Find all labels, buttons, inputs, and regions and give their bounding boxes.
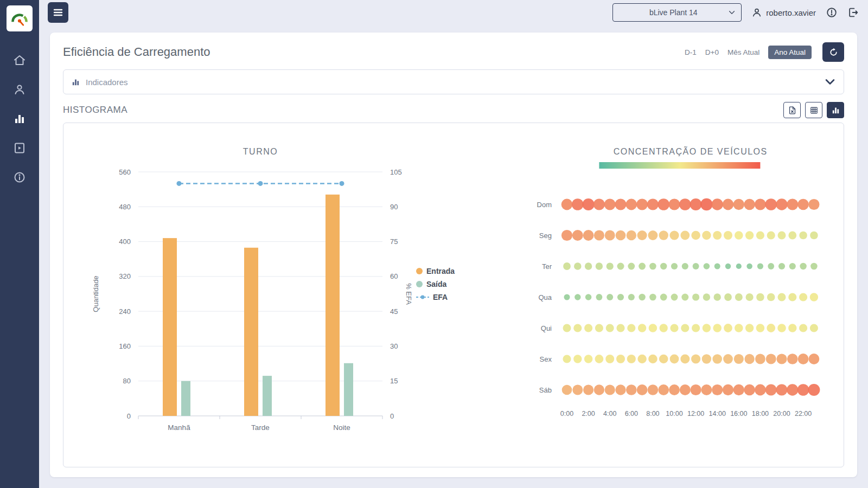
punch-cell[interactable] <box>583 198 595 210</box>
punch-cell[interactable] <box>617 263 624 270</box>
punch-cell[interactable] <box>572 230 583 241</box>
punch-cell[interactable] <box>639 263 646 270</box>
refresh-button[interactable] <box>822 42 844 62</box>
punch-cell[interactable] <box>713 231 722 240</box>
punch-cell[interactable] <box>714 264 720 269</box>
punch-cell[interactable] <box>703 293 710 300</box>
punch-cell[interactable] <box>626 199 637 210</box>
sidebar-item-charts[interactable] <box>0 104 39 133</box>
punch-cell[interactable] <box>776 198 787 210</box>
punch-cell[interactable] <box>723 384 733 395</box>
bar-saída[interactable] <box>344 363 353 416</box>
punch-cell[interactable] <box>735 324 743 332</box>
punch-cell[interactable] <box>615 384 626 395</box>
alerts-button[interactable] <box>826 7 838 18</box>
punch-cell[interactable] <box>744 354 754 364</box>
punch-cell[interactable] <box>680 384 691 395</box>
punch-cell[interactable] <box>755 199 766 210</box>
punch-cell[interactable] <box>777 324 786 332</box>
table-view-button[interactable] <box>805 102 822 118</box>
punch-cell[interactable] <box>669 230 679 240</box>
punch-cell[interactable] <box>658 198 669 210</box>
punch-cell[interactable] <box>712 198 723 210</box>
punch-cell[interactable] <box>637 355 646 363</box>
punch-cell[interactable] <box>724 293 732 301</box>
punch-cell[interactable] <box>756 324 765 332</box>
punch-cell[interactable] <box>765 384 777 396</box>
punch-cell[interactable] <box>574 262 582 270</box>
punch-cell[interactable] <box>671 263 678 269</box>
punch-cell[interactable] <box>628 263 635 270</box>
punch-cell[interactable] <box>787 384 798 395</box>
punch-cell[interactable] <box>755 384 766 396</box>
punch-cell[interactable] <box>659 355 668 364</box>
punch-cell[interactable] <box>702 231 711 240</box>
punch-cell[interactable] <box>704 263 710 269</box>
legend-item-efa[interactable]: EFA <box>416 293 455 301</box>
punch-cell[interactable] <box>637 230 647 240</box>
punch-cell[interactable] <box>561 199 573 210</box>
punch-cell[interactable] <box>746 293 754 301</box>
punch-cell[interactable] <box>596 262 603 269</box>
punch-cell[interactable] <box>787 199 798 210</box>
punch-cell[interactable] <box>627 355 636 363</box>
punch-cell[interactable] <box>670 324 678 332</box>
punch-cell[interactable] <box>767 293 775 301</box>
punch-cell[interactable] <box>681 324 689 332</box>
punch-cell[interactable] <box>702 354 711 363</box>
brand-logo[interactable] <box>7 5 33 31</box>
punch-cell[interactable] <box>596 294 603 300</box>
filter-mes-atual[interactable]: Mês Atual <box>727 48 760 56</box>
bar-entrada[interactable] <box>244 248 258 416</box>
punch-cell[interactable] <box>606 324 614 332</box>
punch-cell[interactable] <box>693 263 699 269</box>
punch-cell[interactable] <box>670 355 679 364</box>
punch-cell[interactable] <box>680 231 690 240</box>
punch-cell[interactable] <box>714 293 721 300</box>
punch-cell[interactable] <box>746 264 752 269</box>
punch-cell[interactable] <box>562 385 572 395</box>
punch-cell[interactable] <box>626 384 637 395</box>
indicators-panel-toggle[interactable]: Indicadores <box>63 69 844 94</box>
punch-cell[interactable] <box>659 230 668 240</box>
filter-d-1[interactable]: D-1 <box>685 48 697 56</box>
punch-cell[interactable] <box>648 355 658 364</box>
punch-cell[interactable] <box>573 324 582 332</box>
punch-cell[interactable] <box>723 199 734 210</box>
user-menu[interactable]: roberto.xavier <box>751 7 816 18</box>
punch-cell[interactable] <box>799 324 807 332</box>
punch-cell[interactable] <box>778 232 786 240</box>
punch-cell[interactable] <box>564 294 570 300</box>
chart-view-button[interactable] <box>827 102 844 118</box>
punch-cell[interactable] <box>701 384 712 395</box>
punch-cell[interactable] <box>594 230 604 240</box>
punch-cell[interactable] <box>627 230 636 240</box>
punch-cell[interactable] <box>712 384 723 395</box>
punch-cell[interactable] <box>724 324 732 332</box>
punch-cell[interactable] <box>787 354 798 364</box>
punch-cell[interactable] <box>800 263 806 269</box>
punch-cell[interactable] <box>766 354 776 364</box>
legend-item-saida[interactable]: Saída <box>416 280 455 288</box>
punch-cell[interactable] <box>810 293 818 301</box>
punch-cell[interactable] <box>563 262 571 270</box>
punch-cell[interactable] <box>788 324 796 332</box>
punch-cell[interactable] <box>607 294 613 300</box>
punch-cell[interactable] <box>607 262 614 269</box>
punch-cell[interactable] <box>797 384 809 396</box>
punch-cell[interactable] <box>798 354 809 364</box>
punch-cell[interactable] <box>767 324 775 332</box>
punch-cell[interactable] <box>605 355 614 363</box>
punch-cell[interactable] <box>658 384 669 395</box>
punch-cell[interactable] <box>679 198 691 210</box>
punch-cell[interactable] <box>713 324 722 332</box>
efa-point[interactable] <box>258 181 263 186</box>
punch-cell[interactable] <box>615 199 627 210</box>
punch-cell[interactable] <box>755 354 765 364</box>
punch-cell[interactable] <box>583 230 594 241</box>
punch-cell[interactable] <box>671 294 678 301</box>
punch-cell[interactable] <box>682 263 688 269</box>
punch-cell[interactable] <box>691 231 700 240</box>
punch-cell[interactable] <box>605 384 615 395</box>
plant-selector[interactable]: bLive Plant 14 <box>612 3 742 22</box>
